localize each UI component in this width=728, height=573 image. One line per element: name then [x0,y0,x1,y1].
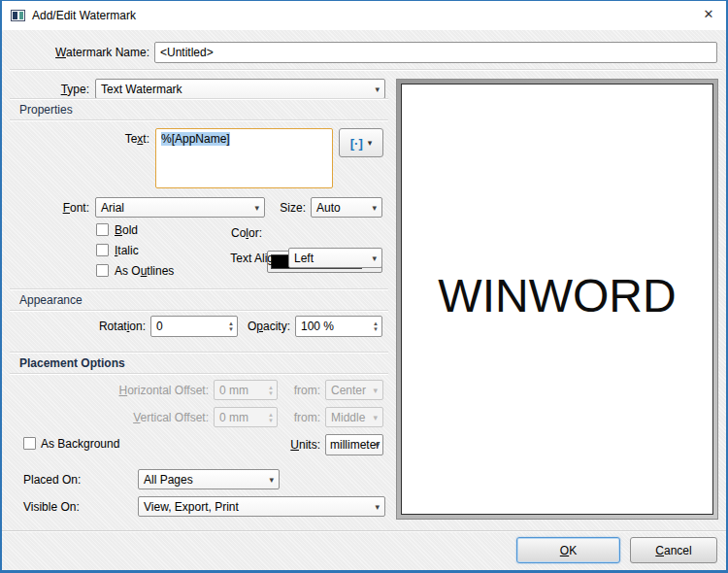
as-background-label: As Background [41,437,119,451]
text-align-select[interactable]: Left ▾ [288,248,382,268]
section-properties-title: Properties [19,103,73,117]
type-label: Type: [10,83,89,96]
visible-on-label: Visible On: [23,500,80,514]
chevron-down-icon: ▾ [373,412,378,421]
opacity-input[interactable]: 100 % ▲▼ [295,316,382,337]
horizontal-offset-label: Horizontal Offset: [44,384,209,397]
appearance-rule-bottom [10,310,388,312]
type-value: Text Watermark [101,83,182,96]
preview-page: WINWORD [401,84,713,515]
close-button[interactable]: ✕ [691,1,726,30]
header-separator [10,69,722,71]
spin-down-icon: ▼ [268,390,274,396]
horizontal-offset-input: 0 mm ▲▼ [214,380,278,400]
rotation-label: Rotation: [49,320,146,333]
spin-down-icon: ▼ [268,418,274,423]
vertical-from-select: Middle ▾ [325,407,383,427]
app-icon [11,10,25,21]
placed-on-select[interactable]: All Pages ▾ [138,469,280,489]
chevron-down-icon: ▾ [375,84,380,93]
bold-checkbox[interactable] [96,223,109,236]
macro-button[interactable]: [·] ▾ [339,128,383,157]
dialog-body: Watermark Name: <Untitled> Type: Text Wa… [2,30,726,570]
placement-rule-top [10,352,388,354]
type-select[interactable]: Text Watermark ▾ [95,79,385,99]
opacity-spin-down[interactable]: ▼ [373,326,379,332]
text-align-label: Text Align: [196,252,283,265]
font-select[interactable]: Arial ▾ [95,197,265,218]
watermark-preview-text: WINWORD [438,268,676,321]
chevron-down-icon: ▾ [373,385,378,394]
as-outlines-label: As Outlines [115,264,174,278]
cancel-button[interactable]: Cancel [630,537,717,563]
bold-label: Bold [115,223,138,237]
vertical-offset-input: 0 mm ▲▼ [214,407,278,427]
vertical-offset-label: Vertical Offset: [44,411,209,424]
visible-on-select[interactable]: View, Export, Print ▾ [138,496,385,517]
text-input[interactable]: %[AppName] [155,128,333,188]
font-label: Font: [10,201,89,215]
units-select[interactable]: millimeter ▾ [325,434,383,455]
color-label: Color: [194,226,262,240]
chevron-down-icon: ▾ [372,202,377,212]
size-label: Size: [257,201,306,215]
macro-icon: [·] [350,136,363,151]
chevron-down-icon: ▾ [375,440,380,450]
close-icon: ✕ [704,7,714,21]
preview-panel: WINWORD [396,79,718,520]
properties-rule-bottom [10,119,388,121]
horizontal-from-select: Center ▾ [325,380,383,400]
italic-checkbox[interactable] [96,244,109,256]
placement-rule-bottom [10,373,388,375]
section-appearance-title: Appearance [19,293,83,307]
title-bar: Add/Edit Watermark ✕ [2,1,726,30]
section-placement-title: Placement Options [19,356,125,370]
text-label: Text: [60,132,149,146]
as-background-checkbox[interactable] [23,437,36,450]
window-title: Add/Edit Watermark [32,9,136,22]
opacity-label: Opacity: [213,320,290,333]
as-outlines-checkbox[interactable] [96,264,109,277]
placed-on-label: Placed On: [23,473,81,487]
units-label: Units: [262,438,320,452]
appearance-rule-top [10,288,388,290]
properties-rule-top [10,98,388,100]
chevron-down-icon: ▾ [269,474,274,484]
text-selection: %[AppName] [161,132,230,146]
horizontal-from-label: from: [281,384,320,397]
vertical-from-label: from: [281,411,320,424]
italic-label: Italic [115,244,139,257]
chevron-down-icon: ▾ [372,253,377,262]
add-edit-watermark-dialog: Add/Edit Watermark ✕ Watermark Name: <Un… [0,0,728,573]
chevron-down-icon: ▾ [368,138,373,148]
watermark-name-label: Watermark Name: [10,46,149,59]
watermark-name-input[interactable]: <Untitled> [154,42,717,63]
ok-button[interactable]: OK [516,537,620,563]
size-select[interactable]: Auto ▾ [311,197,382,218]
footer-separator [2,530,728,532]
chevron-down-icon: ▾ [375,501,380,511]
